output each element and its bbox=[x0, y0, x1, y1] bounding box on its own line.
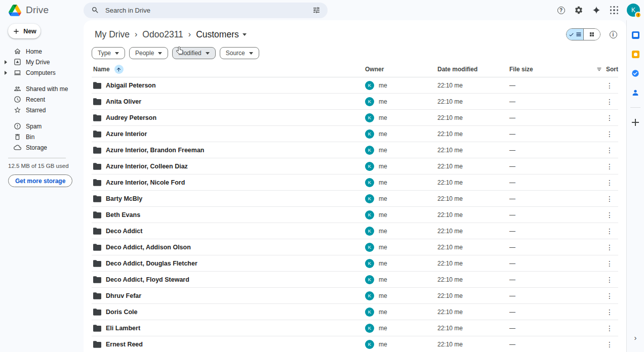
more-actions-button[interactable] bbox=[606, 292, 613, 299]
sidebar-item-storage[interactable]: Storage bbox=[0, 142, 84, 153]
topbar-actions: ? K ! bbox=[556, 4, 644, 17]
file-row[interactable]: Azure Interior, Brandon Freeman K me 22:… bbox=[92, 142, 618, 158]
sidebar-item-spam[interactable]: Spam bbox=[0, 121, 84, 131]
sidebar-item-shared-with-me[interactable]: Shared with me bbox=[0, 83, 84, 94]
file-name-cell: Deco Addict bbox=[92, 228, 365, 235]
date-modified-cell: 22:10 me bbox=[437, 244, 509, 251]
more-actions-button[interactable] bbox=[606, 309, 613, 316]
file-row[interactable]: Doris Cole K me 22:10 me — bbox=[92, 304, 618, 320]
calendar-button[interactable] bbox=[631, 30, 640, 39]
column-header-date-modified[interactable]: Date modified bbox=[437, 66, 509, 73]
file-row[interactable]: Audrey Peterson K me 22:10 me — bbox=[92, 110, 618, 126]
more-actions-button[interactable] bbox=[606, 114, 613, 121]
more-actions-button[interactable] bbox=[606, 179, 613, 186]
sidebar-item-recent[interactable]: Recent bbox=[0, 94, 84, 105]
file-row[interactable]: Anita Oliver K me 22:10 me — bbox=[92, 94, 618, 110]
file-row[interactable]: Eli Lambert K me 22:10 me — bbox=[92, 320, 618, 336]
date-modified-cell: 22:10 me bbox=[437, 163, 509, 170]
expand-arrow-icon[interactable] bbox=[5, 71, 7, 75]
owner-cell: K me bbox=[365, 275, 437, 284]
more-actions-button[interactable] bbox=[606, 228, 613, 235]
file-row[interactable]: Deco Addict K me 22:10 me — bbox=[92, 223, 618, 239]
account-avatar[interactable]: K ! bbox=[627, 4, 640, 17]
date-modified-cell: 22:10 me bbox=[437, 292, 509, 299]
file-row[interactable]: Azure Interior, Nicole Ford K me 22:10 m… bbox=[92, 174, 618, 191]
tasks-button[interactable] bbox=[631, 69, 640, 78]
breadcrumb-customers[interactable]: Customers bbox=[193, 28, 250, 41]
file-row[interactable]: Deco Addict, Addison Olson K me 22:10 me… bbox=[92, 239, 618, 255]
more-actions-button[interactable] bbox=[606, 244, 613, 251]
filter-chip-source[interactable]: Source bbox=[220, 47, 259, 59]
file-row[interactable]: Deco Addict, Floyd Steward K me 22:10 me… bbox=[92, 272, 618, 288]
settings-button[interactable] bbox=[574, 5, 584, 15]
sidebar-item-computers[interactable]: Computers bbox=[0, 67, 84, 78]
header-label: Name bbox=[93, 66, 110, 73]
app-title: Drive bbox=[26, 5, 49, 16]
file-name-cell: Azure Interior, Brandon Freeman bbox=[92, 147, 365, 154]
owner-avatar: K bbox=[365, 324, 374, 333]
file-row[interactable]: Abigail Peterson K me 22:10 me — bbox=[92, 77, 618, 94]
more-actions-button[interactable] bbox=[606, 211, 613, 218]
google-apps-button[interactable] bbox=[609, 5, 619, 15]
sidebar-item-my-drive[interactable]: My Drive bbox=[0, 57, 84, 67]
more-actions-button[interactable] bbox=[606, 147, 613, 154]
list-view-button[interactable] bbox=[567, 29, 583, 40]
file-row[interactable]: Dhruv Fefar K me 22:10 me — bbox=[92, 288, 618, 304]
owner-cell: K me bbox=[365, 146, 437, 155]
more-actions-button[interactable] bbox=[606, 325, 613, 332]
drive-brand[interactable]: Drive bbox=[0, 5, 84, 16]
folder-icon bbox=[93, 325, 101, 332]
new-button[interactable]: New bbox=[8, 24, 41, 38]
file-row[interactable]: Barty McBly K me 22:10 me — bbox=[92, 191, 618, 207]
help-button[interactable]: ? bbox=[556, 5, 566, 15]
column-header-owner[interactable]: Owner bbox=[365, 66, 437, 73]
sort-direction-button[interactable] bbox=[114, 65, 124, 74]
sidebar-item-starred[interactable]: Starred bbox=[0, 105, 84, 115]
sidebar-item-home[interactable]: Home bbox=[0, 46, 84, 57]
search-input[interactable] bbox=[105, 7, 306, 14]
owner-name: me bbox=[379, 309, 387, 316]
breadcrumb-my-drive[interactable]: My Drive bbox=[92, 28, 133, 41]
file-row[interactable]: Beth Evans K me 22:10 me — bbox=[92, 207, 618, 223]
sidebar-label: Spam bbox=[26, 123, 42, 130]
more-actions-button[interactable] bbox=[606, 260, 613, 267]
filter-chip-modified[interactable]: Modified bbox=[172, 47, 215, 59]
more-actions-button[interactable] bbox=[606, 130, 613, 138]
breadcrumb-odoo2311[interactable]: Odoo2311 bbox=[139, 28, 186, 41]
file-row[interactable]: Azure Interior K me 22:10 me — bbox=[92, 126, 618, 142]
search-bar[interactable] bbox=[84, 3, 328, 18]
file-row[interactable]: Azure Interior, Colleen Diaz K me 22:10 … bbox=[92, 158, 618, 174]
date-modified-cell: 22:10 me bbox=[437, 147, 509, 154]
contacts-button[interactable] bbox=[631, 88, 640, 97]
more-actions-button[interactable] bbox=[606, 163, 613, 170]
keep-button[interactable] bbox=[631, 50, 640, 59]
sidebar-item-bin[interactable]: Bin bbox=[0, 131, 84, 142]
search-options-icon[interactable] bbox=[312, 6, 320, 14]
expand-arrow-icon[interactable] bbox=[5, 60, 7, 64]
owner-name: me bbox=[379, 260, 387, 267]
date-modified-cell: 22:10 me bbox=[437, 114, 509, 121]
column-header-file-size[interactable]: File size bbox=[509, 66, 570, 73]
more-actions-button[interactable] bbox=[606, 195, 613, 202]
get-add-ons-button[interactable] bbox=[631, 118, 640, 127]
date-modified-cell: 22:10 me bbox=[437, 130, 509, 138]
owner-avatar: K bbox=[365, 340, 374, 349]
hide-side-panel-button[interactable] bbox=[627, 333, 644, 342]
more-actions-button[interactable] bbox=[606, 82, 613, 89]
gemini-button[interactable] bbox=[591, 5, 601, 15]
get-more-storage-button[interactable]: Get more storage bbox=[8, 174, 72, 187]
more-actions-button[interactable] bbox=[606, 276, 613, 283]
sort-menu-button[interactable]: Sort bbox=[570, 66, 618, 73]
file-row[interactable]: Deco Addict, Douglas Fletcher K me 22:10… bbox=[92, 255, 618, 272]
file-row[interactable]: Ernest Reed K me 22:10 me — bbox=[92, 336, 618, 352]
more-actions-button[interactable] bbox=[606, 341, 613, 348]
grid-view-button[interactable] bbox=[583, 29, 600, 40]
filter-chip-type[interactable]: Type bbox=[92, 47, 125, 59]
view-details-button[interactable]: i bbox=[608, 29, 618, 39]
owner-name: me bbox=[379, 130, 387, 138]
more-actions-button[interactable] bbox=[606, 98, 613, 105]
column-header-name[interactable]: Name bbox=[92, 65, 365, 74]
owner-name: me bbox=[379, 98, 387, 105]
filter-chip-people[interactable]: People bbox=[129, 47, 168, 59]
owner-avatar: K bbox=[365, 194, 374, 203]
